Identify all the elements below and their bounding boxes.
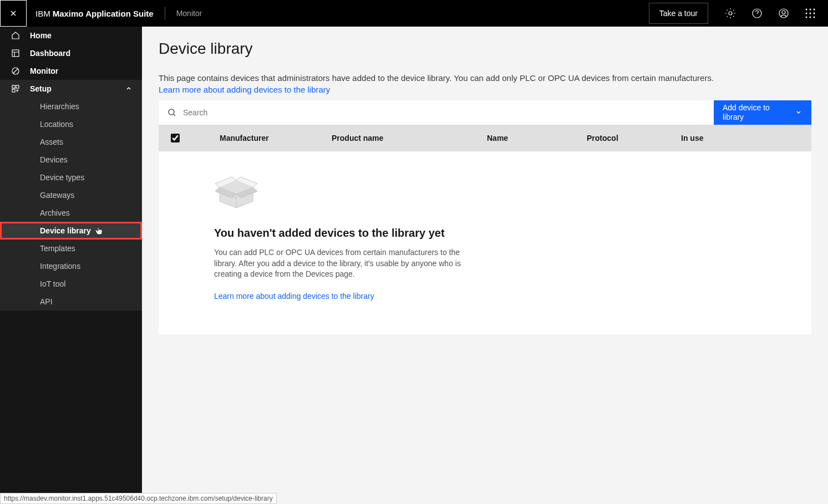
sidebar-item-gateways[interactable]: Gateways — [0, 186, 142, 204]
sidebar-item-device-types[interactable]: Device types — [0, 169, 142, 186]
add-device-button[interactable]: Add device to library — [714, 100, 811, 125]
column-protocol[interactable]: Protocol — [580, 134, 674, 142]
user-button[interactable] — [773, 0, 795, 27]
svg-point-0 — [729, 12, 732, 15]
nav-monitor-label: Monitor — [30, 67, 58, 75]
nav-home-label: Home — [30, 31, 52, 40]
nav-dashboard[interactable]: Dashboard — [0, 44, 142, 62]
column-in-use[interactable]: In use — [674, 134, 741, 142]
nav-setup-label: Setup — [30, 84, 52, 93]
sidebar-item-api[interactable]: API — [0, 293, 142, 310]
svg-point-6 — [814, 9, 815, 11]
empty-box-icon — [214, 174, 258, 213]
svg-rect-17 — [12, 89, 15, 92]
column-manufacturer[interactable]: Manufacturer — [192, 134, 325, 142]
svg-rect-13 — [12, 50, 19, 57]
sidebar-item-device-library-label: Device library — [40, 226, 91, 235]
empty-state-description: You can add PLC or OPC UA devices from c… — [214, 247, 469, 280]
chevron-up-icon — [125, 85, 132, 92]
home-icon — [10, 31, 21, 40]
help-icon — [751, 8, 763, 19]
learn-more-link[interactable]: Learn more about adding devices to the l… — [159, 85, 330, 94]
sidebar-item-archives[interactable]: Archives — [0, 204, 142, 222]
table-header: Manufacturer Product name Name Protocol … — [159, 125, 811, 151]
chevron-down-icon — [795, 109, 802, 116]
main-content: Device library This page contains device… — [142, 27, 828, 504]
svg-point-4 — [806, 9, 807, 11]
sidebar-item-iot-tool[interactable]: IoT tool — [0, 275, 142, 293]
empty-state: You haven't added devices to the library… — [159, 151, 811, 334]
search-input[interactable] — [183, 108, 705, 117]
svg-point-18 — [169, 109, 174, 115]
sidebar: Home Dashboard Monitor Setup Hierarchies… — [0, 27, 142, 504]
status-bar-url: https://masdev.monitor.inst1.apps.51c495… — [0, 493, 277, 504]
cursor-hand-icon — [95, 226, 104, 236]
nav-setup[interactable]: Setup — [0, 80, 142, 98]
svg-point-5 — [810, 9, 811, 11]
svg-rect-15 — [12, 85, 15, 88]
sidebar-item-templates[interactable]: Templates — [0, 240, 142, 257]
svg-point-9 — [814, 13, 815, 14]
divider — [165, 7, 165, 20]
nav-home[interactable]: Home — [0, 27, 142, 44]
brand-ibm: IBM — [35, 9, 50, 18]
header-icon-group — [719, 0, 828, 27]
page-description: This page contains devices that administ… — [159, 73, 811, 83]
user-icon — [778, 8, 789, 19]
empty-state-link[interactable]: Learn more about adding devices to the l… — [214, 292, 374, 301]
empty-state-title: You haven't added devices to the library… — [214, 227, 756, 240]
nav-monitor[interactable]: Monitor — [0, 62, 142, 80]
add-device-button-label: Add device to library — [723, 103, 789, 122]
app-header: IBM Maximo Application Suite Monitor Tak… — [0, 0, 828, 27]
brand-product: Maximo Application Suite — [53, 9, 154, 18]
help-button[interactable] — [746, 0, 768, 27]
apps-grid-icon — [805, 8, 815, 18]
close-icon — [9, 9, 18, 18]
page-title: Device library — [159, 40, 811, 58]
take-tour-button[interactable]: Take a tour — [649, 3, 708, 24]
table-toolbar: Add device to library — [159, 100, 811, 125]
svg-point-2 — [779, 9, 788, 18]
brand: IBM Maximo Application Suite — [27, 9, 162, 18]
setup-icon — [10, 84, 21, 93]
sidebar-item-integrations[interactable]: Integrations — [0, 257, 142, 275]
search-icon — [167, 108, 176, 117]
column-name[interactable]: Name — [480, 134, 580, 142]
gear-icon — [725, 8, 736, 19]
svg-point-12 — [814, 17, 815, 18]
svg-point-8 — [810, 13, 811, 14]
breadcrumb-monitor[interactable]: Monitor — [167, 9, 211, 18]
svg-rect-16 — [16, 85, 19, 88]
nav-dashboard-label: Dashboard — [30, 49, 70, 58]
svg-point-3 — [782, 11, 785, 14]
sidebar-item-assets[interactable]: Assets — [0, 133, 142, 151]
setup-submenu: Hierarchies Locations Assets Devices Dev… — [0, 98, 142, 310]
sidebar-item-device-library[interactable]: Device library — [0, 222, 142, 240]
svg-point-10 — [806, 17, 807, 18]
column-product-name[interactable]: Product name — [325, 134, 480, 142]
close-button[interactable] — [0, 0, 27, 27]
sidebar-item-locations[interactable]: Locations — [0, 115, 142, 133]
select-all-cell — [159, 134, 192, 142]
dashboard-icon — [10, 49, 21, 58]
apps-button[interactable] — [799, 0, 821, 27]
sidebar-item-hierarchies[interactable]: Hierarchies — [0, 98, 142, 115]
svg-point-7 — [806, 13, 807, 14]
settings-button[interactable] — [719, 0, 741, 27]
select-all-checkbox[interactable] — [171, 134, 180, 142]
monitor-icon — [10, 67, 21, 75]
sidebar-item-devices[interactable]: Devices — [0, 151, 142, 169]
search-box[interactable] — [159, 100, 714, 125]
svg-point-11 — [810, 17, 811, 18]
